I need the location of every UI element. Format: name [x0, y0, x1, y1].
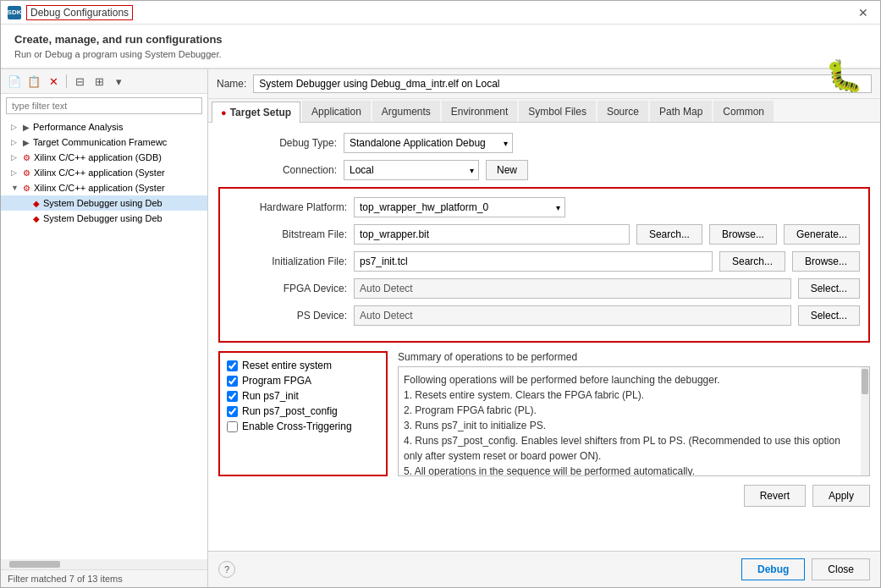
ps7post-checkbox[interactable] — [227, 406, 238, 417]
hw-platform-row: Hardware Platform: top_wrapper_hw_platfo… — [229, 197, 860, 217]
new-connection-button[interactable]: New — [486, 160, 528, 180]
sys2-icon: ⚙ — [23, 184, 30, 193]
tab-common[interactable]: Common — [713, 101, 774, 122]
list-item[interactable]: ◆ System Debugger using Deb — [1, 195, 207, 211]
filter-input[interactable] — [6, 97, 202, 114]
connection-select-wrapper: Local — [344, 160, 479, 180]
ps-device-row: PS Device: Select... — [229, 305, 860, 326]
ps7init-label: Run ps7_init — [242, 390, 299, 402]
init-browse-button[interactable]: Browse... — [792, 251, 860, 272]
ps-device-label: PS Device: — [229, 310, 347, 321]
help-button[interactable]: ? — [218, 561, 235, 578]
summary-item-5: 5. All operations in the sequence will b… — [404, 464, 854, 476]
debug-type-select[interactable]: Standalone Application Debug — [344, 133, 513, 153]
delete-button[interactable]: ✕ — [45, 73, 62, 90]
scroll-thumb — [862, 369, 868, 394]
ps-select-button[interactable]: Select... — [798, 305, 860, 326]
summary-item-1: 1. Resets entire system. Clears the FPGA… — [404, 387, 854, 403]
target-setup-icon: ● — [221, 107, 227, 118]
collapse-button[interactable]: ⊟ — [71, 73, 88, 90]
header-section: Create, manage, and run configurations R… — [1, 25, 880, 69]
checkbox-reset: Reset entire system — [227, 360, 379, 371]
reset-checkbox[interactable] — [227, 360, 238, 371]
revert-button[interactable]: Revert — [744, 485, 806, 507]
expand-arrow-icon: ▷ — [11, 168, 19, 177]
sidebar-item-label: Xilinx C/C++ application (Syster — [34, 168, 165, 178]
tab-target-setup[interactable]: ● Target Setup — [212, 102, 300, 123]
tab-application[interactable]: Application — [302, 101, 371, 122]
tab-path-map[interactable]: Path Map — [650, 101, 712, 122]
tab-label: Target Setup — [230, 107, 291, 118]
name-input[interactable] — [253, 74, 872, 93]
close-window-button[interactable]: ✕ — [853, 4, 873, 21]
hw-platform-select-wrapper: top_wrapper_hw_platform_0 — [354, 197, 565, 217]
duplicate-button[interactable]: 📋 — [25, 73, 42, 90]
new-config-button[interactable]: 📄 — [6, 73, 23, 90]
summary-section: Summary of operations to be performed Fo… — [398, 351, 870, 476]
hw-platform-label: Hardware Platform: — [229, 201, 347, 213]
checkbox-cross-trigger: Enable Cross-Triggering — [227, 420, 379, 432]
list-item[interactable]: ▷ ⚙ Xilinx C/C++ application (GDB) — [1, 150, 207, 165]
cross-trigger-label: Enable Cross-Triggering — [242, 420, 352, 432]
list-item[interactable]: ▼ ⚙ Xilinx C/C++ application (Syster — [1, 180, 207, 195]
tab-environment[interactable]: Environment — [442, 101, 517, 122]
sidebar-status: Filter matched 7 of 13 items — [1, 569, 207, 587]
toolbar-separator — [66, 74, 67, 88]
perf-icon: ▶ — [23, 123, 30, 132]
sidebar-filter — [6, 97, 202, 114]
bitstream-browse-button[interactable]: Browse... — [709, 224, 777, 245]
expand-button[interactable]: ⊞ — [91, 73, 107, 90]
debug-configurations-window: SDK Debug Configurations ✕ Create, manag… — [0, 0, 881, 588]
dropdown-button[interactable]: ▾ — [110, 73, 127, 90]
debug-button[interactable]: Debug — [741, 558, 805, 580]
expand-arrow-icon: ▼ — [11, 184, 19, 192]
list-item[interactable]: ▷ ▶ Target Communication Framewc — [1, 135, 207, 150]
name-label: Name: — [217, 78, 246, 90]
summary-scrollbar[interactable] — [861, 367, 869, 475]
sidebar-horizontal-scrollbar[interactable] — [1, 559, 207, 569]
sidebar-item-label: Xilinx C/C++ application (GDB) — [34, 152, 162, 162]
program-fpga-checkbox[interactable] — [227, 376, 238, 387]
tab-source[interactable]: Source — [597, 101, 648, 122]
list-item[interactable]: ▷ ▶ Performance Analysis — [1, 119, 207, 135]
list-item[interactable]: ▷ ⚙ Xilinx C/C++ application (Syster — [1, 165, 207, 180]
content-area: Debug Type: Standalone Application Debug… — [208, 123, 880, 551]
close-button[interactable]: Close — [812, 558, 870, 580]
fpga-select-button[interactable]: Select... — [798, 278, 860, 299]
tab-label: Arguments — [382, 106, 431, 118]
hw-platform-select[interactable]: top_wrapper_hw_platform_0 — [354, 197, 565, 217]
bitstream-input[interactable] — [354, 224, 630, 245]
init-file-input[interactable] — [354, 251, 713, 272]
init-file-label: Initialization File: — [229, 256, 347, 267]
debug-type-row: Debug Type: Standalone Application Debug — [218, 133, 870, 153]
main-content: 📄 📋 ✕ ⊟ ⊞ ▾ ▷ ▶ Performance Analysis ▷ — [1, 69, 880, 587]
tab-arguments[interactable]: Arguments — [372, 101, 440, 122]
tab-label: Source — [607, 106, 639, 118]
cross-trigger-checkbox[interactable] — [227, 421, 238, 432]
right-panel: Name: ● Target Setup Application Argumen… — [208, 69, 880, 587]
connection-select[interactable]: Local — [344, 160, 479, 180]
summary-item-4: 4. Runs ps7_post_config. Enables level s… — [404, 433, 854, 464]
list-item[interactable]: ◆ System Debugger using Deb — [1, 211, 207, 226]
title-bar: SDK Debug Configurations ✕ — [1, 1, 880, 25]
init-search-button[interactable]: Search... — [719, 251, 785, 272]
bitstream-search-button[interactable]: Search... — [636, 224, 702, 245]
tcp-icon: ▶ — [23, 138, 30, 147]
checkbox-ps7init: Run ps7_init — [227, 390, 379, 402]
connection-label: Connection: — [218, 164, 337, 176]
tab-symbol-files[interactable]: Symbol Files — [519, 101, 596, 122]
debug-type-select-wrapper: Standalone Application Debug — [344, 133, 513, 153]
checkbox-fpga: Program FPGA — [227, 375, 379, 387]
bug-icon: 🐛 — [825, 58, 863, 94]
bitstream-label: Bitstream File: — [229, 228, 347, 240]
header-title: Create, manage, and run configurations — [14, 33, 867, 46]
tab-label: Environment — [451, 106, 508, 118]
sidebar-toolbar: 📄 📋 ✕ ⊟ ⊞ ▾ — [1, 69, 207, 94]
summary-title: Summary of operations to be performed — [398, 351, 870, 363]
bitstream-generate-button[interactable]: Generate... — [784, 224, 860, 245]
scroll-thumb — [9, 561, 60, 568]
ps7init-checkbox[interactable] — [227, 391, 238, 402]
summary-content: Following operations will be performed b… — [404, 372, 864, 476]
apply-button[interactable]: Apply — [812, 485, 870, 507]
title-bar-left: SDK Debug Configurations — [8, 5, 133, 20]
